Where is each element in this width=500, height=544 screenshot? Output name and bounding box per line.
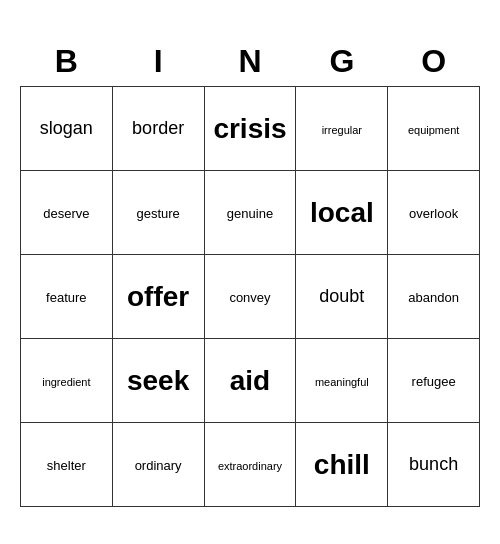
bingo-row-3: ingredientseekaidmeaningfulrefugee (21, 339, 480, 423)
bingo-cell-1-0: deserve (21, 171, 113, 255)
bingo-cell-text-0-0: slogan (40, 118, 93, 138)
bingo-cell-text-0-4: equipment (408, 124, 459, 136)
bingo-cell-text-2-2: convey (229, 290, 270, 305)
bingo-cell-text-1-0: deserve (43, 206, 89, 221)
bingo-row-2: featureofferconveydoubtabandon (21, 255, 480, 339)
bingo-cell-text-2-3: doubt (319, 286, 364, 306)
bingo-row-0: sloganbordercrisisirregularequipment (21, 87, 480, 171)
bingo-cell-text-2-1: offer (127, 281, 189, 312)
bingo-cell-3-3: meaningful (296, 339, 388, 423)
bingo-cell-text-0-1: border (132, 118, 184, 138)
header-letter-g: G (296, 37, 388, 87)
bingo-cell-text-3-2: aid (230, 365, 270, 396)
bingo-cell-0-4: equipment (388, 87, 480, 171)
bingo-cell-text-0-2: crisis (213, 113, 286, 144)
header-letter-n: N (204, 37, 296, 87)
bingo-cell-4-1: ordinary (112, 423, 204, 507)
bingo-cell-0-2: crisis (204, 87, 296, 171)
bingo-cell-text-4-2: extraordinary (218, 460, 282, 472)
bingo-cell-0-3: irregular (296, 87, 388, 171)
bingo-cell-4-0: shelter (21, 423, 113, 507)
bingo-cell-text-1-1: gesture (136, 206, 179, 221)
bingo-cell-text-3-3: meaningful (315, 376, 369, 388)
header-letter-o: O (388, 37, 480, 87)
bingo-cell-text-1-2: genuine (227, 206, 273, 221)
bingo-cell-4-2: extraordinary (204, 423, 296, 507)
bingo-cell-0-1: border (112, 87, 204, 171)
bingo-cell-3-1: seek (112, 339, 204, 423)
bingo-cell-3-0: ingredient (21, 339, 113, 423)
bingo-header: BINGO (21, 37, 480, 87)
bingo-cell-text-0-3: irregular (322, 124, 362, 136)
bingo-card: BINGO sloganbordercrisisirregularequipme… (20, 37, 480, 507)
bingo-cell-text-2-0: feature (46, 290, 86, 305)
bingo-cell-text-4-1: ordinary (135, 458, 182, 473)
header-letter-b: B (21, 37, 113, 87)
bingo-cell-2-3: doubt (296, 255, 388, 339)
bingo-cell-2-4: abandon (388, 255, 480, 339)
bingo-cell-4-3: chill (296, 423, 388, 507)
bingo-cell-text-1-4: overlook (409, 206, 458, 221)
bingo-cell-text-4-4: bunch (409, 454, 458, 474)
bingo-cell-2-1: offer (112, 255, 204, 339)
bingo-cell-1-1: gesture (112, 171, 204, 255)
bingo-cell-1-3: local (296, 171, 388, 255)
bingo-row-4: shelterordinaryextraordinarychillbunch (21, 423, 480, 507)
bingo-cell-text-2-4: abandon (408, 290, 459, 305)
bingo-cell-0-0: slogan (21, 87, 113, 171)
bingo-cell-text-4-3: chill (314, 449, 370, 480)
bingo-cell-text-4-0: shelter (47, 458, 86, 473)
bingo-row-1: deservegesturegenuinelocaloverlook (21, 171, 480, 255)
bingo-cell-1-4: overlook (388, 171, 480, 255)
bingo-cell-3-2: aid (204, 339, 296, 423)
bingo-cell-2-2: convey (204, 255, 296, 339)
bingo-cell-1-2: genuine (204, 171, 296, 255)
header-letter-i: I (112, 37, 204, 87)
bingo-cell-3-4: refugee (388, 339, 480, 423)
bingo-cell-2-0: feature (21, 255, 113, 339)
bingo-cell-text-1-3: local (310, 197, 374, 228)
bingo-cell-4-4: bunch (388, 423, 480, 507)
bingo-cell-text-3-1: seek (127, 365, 189, 396)
bingo-cell-text-3-0: ingredient (42, 376, 90, 388)
bingo-cell-text-3-4: refugee (412, 374, 456, 389)
